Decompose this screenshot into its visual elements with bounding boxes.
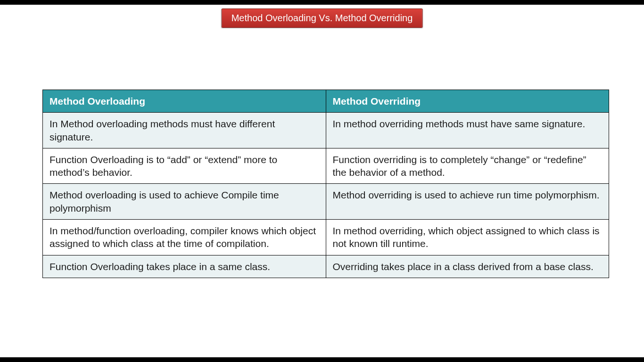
comparison-table-container: Method Overloading Method Overriding In … [42,90,609,278]
cell-overriding: Method overriding is used to achieve run… [326,184,609,220]
table-row: In method/function overloading, compiler… [43,220,609,255]
table-header-row: Method Overloading Method Overriding [43,90,609,113]
top-border-bar [0,0,644,5]
cell-overloading: In Method overloading methods must have … [43,113,326,148]
cell-overloading: Function Overloading takes place in a sa… [43,255,326,278]
cell-overriding: In method overriding methods must have s… [326,113,609,148]
cell-overloading: In method/function overloading, compiler… [43,220,326,255]
slide-title: Method Overloading Vs. Method Overriding [222,8,423,28]
cell-overloading: Method overloading is used to achieve Co… [43,184,326,220]
table-row: Function Overloading takes place in a sa… [43,255,609,278]
cell-overriding: In method overriding, which object assig… [326,220,609,255]
cell-overriding: Function overriding is to completely “ch… [326,148,609,184]
cell-overloading: Function Overloading is to “add” or “ext… [43,148,326,184]
cell-overriding: Overriding takes place in a class derive… [326,255,609,278]
bottom-border-bar [0,357,644,362]
header-overriding: Method Overriding [326,90,609,113]
header-overloading: Method Overloading [43,90,326,113]
table-row: Function Overloading is to “add” or “ext… [43,148,609,184]
table-row: In Method overloading methods must have … [43,113,609,148]
table-row: Method overloading is used to achieve Co… [43,184,609,220]
comparison-table: Method Overloading Method Overriding In … [42,90,609,278]
